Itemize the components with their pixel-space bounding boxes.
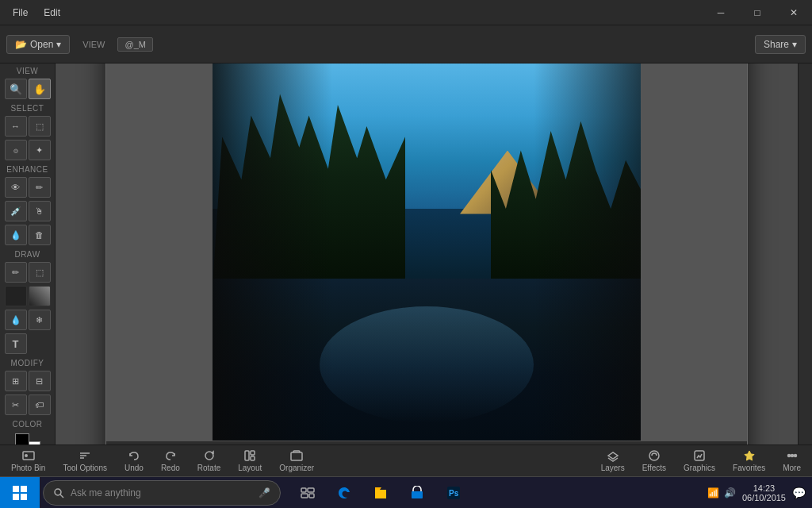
enhance-tools-3: 💧 🗑 — [0, 223, 55, 247]
explorer-icon — [373, 486, 388, 500]
modify-tools-2: ✂ 🏷 — [0, 393, 55, 417]
eraser-tool[interactable]: ⬚ — [29, 262, 51, 283]
brush-tool[interactable]: ✏ — [29, 177, 51, 198]
svg-point-10 — [787, 455, 790, 457]
select-tools-1: ↔️ ⬚ — [0, 114, 55, 138]
bottom-tab-effects[interactable]: Effects — [634, 446, 674, 475]
app-menu: File Edit — [0, 4, 73, 21]
photoshop-button[interactable]: Ps — [436, 477, 471, 509]
blur-tool[interactable]: 💧 — [5, 225, 27, 245]
rotate-label: Rotate — [197, 464, 220, 472]
svg-rect-16 — [21, 494, 27, 500]
bottom-bar: Photo Bin Tool Options Undo Redo Rotate … — [0, 444, 812, 476]
redo-label: Redo — [161, 464, 180, 472]
bottom-tab-photobin[interactable]: Photo Bin — [3, 446, 53, 475]
select-tools-2: ⌾ ✦ — [0, 138, 55, 162]
graphics-label: Graphics — [684, 464, 715, 472]
marquee-tool[interactable]: ⬚ — [29, 116, 51, 137]
bottom-tab-undo[interactable]: Undo — [117, 446, 151, 475]
view-label: VIEW — [76, 40, 111, 49]
layout-icon — [243, 449, 256, 462]
bottom-tab-rotate[interactable]: Rotate — [190, 446, 228, 475]
favorites-icon — [743, 449, 756, 462]
paint-bucket-tool[interactable] — [5, 286, 27, 306]
bottom-tab-organizer[interactable]: Organizer — [271, 446, 322, 475]
recompose-tool[interactable]: ✂ — [5, 394, 27, 415]
magic-wand-tool[interactable]: ✦ — [29, 140, 51, 160]
straighten-tool[interactable]: 🏷 — [29, 394, 51, 415]
open-button[interactable]: 📂 Open ▾ — [6, 35, 70, 54]
content-aware-tool[interactable]: ⊟ — [29, 371, 51, 391]
right-sidebar-scrollbar[interactable] — [798, 64, 812, 444]
text-tool[interactable]: T — [5, 333, 27, 354]
canvas-area: Haze Removal ✕ — [56, 64, 798, 444]
svg-text:Ps: Ps — [449, 489, 459, 498]
bottom-tab-redo[interactable]: Redo — [153, 446, 188, 475]
sponge-tool[interactable]: 🗑 — [29, 225, 51, 245]
draw-tools-1: ✏ ⬚ — [0, 260, 55, 284]
bottom-tab-favorites[interactable]: Favorites — [725, 446, 773, 475]
svg-rect-13 — [13, 486, 19, 492]
color-picker-area[interactable] — [13, 432, 42, 444]
layers-label: Layers — [601, 464, 625, 472]
svg-rect-23 — [412, 491, 423, 498]
volume-icon[interactable]: 🔊 — [724, 487, 736, 498]
draw-tools-2 — [0, 284, 55, 308]
taskbar-search[interactable]: Ask me anything 🎤 — [43, 480, 281, 506]
pencil-tool[interactable]: ✏ — [5, 262, 27, 283]
store-button[interactable] — [400, 477, 435, 509]
zoom-tool[interactable]: 🔍 — [5, 79, 27, 99]
dialog-controls: ? Haze Reduction: Sensitivity: — [106, 441, 747, 444]
favorites-label: Favorites — [733, 464, 765, 472]
svg-rect-19 — [301, 488, 306, 492]
crop-tool[interactable]: ⊞ — [5, 371, 27, 391]
bottom-tab-layout[interactable]: Layout — [230, 446, 270, 475]
notifications-icon[interactable]: 💬 — [792, 487, 806, 499]
share-button[interactable]: Share ▾ — [755, 35, 806, 54]
network-icon[interactable]: 📶 — [707, 487, 719, 498]
healing-tool[interactable]: 💉 — [5, 201, 27, 221]
start-button[interactable] — [0, 477, 40, 509]
explorer-button[interactable] — [363, 477, 398, 509]
maximize-button[interactable]: □ — [739, 0, 776, 25]
share-chevron: ▾ — [792, 39, 797, 50]
section-select: SELECT — [0, 101, 55, 114]
haze-removal-dialog: Haze Removal ✕ — [105, 64, 748, 444]
more-label: More — [783, 464, 801, 472]
undo-label: Undo — [124, 464, 144, 472]
section-draw: DRAW — [0, 247, 55, 260]
open-chevron: ▾ — [56, 39, 61, 50]
app-titlebar: File Edit ─ □ ✕ — [0, 0, 812, 25]
lasso-tool[interactable]: ⌾ — [5, 140, 27, 160]
clone-tool[interactable]: 🖱 — [29, 201, 51, 221]
menu-file[interactable]: File — [6, 4, 34, 21]
bottom-tab-tooloptions[interactable]: Tool Options — [55, 446, 115, 475]
bottom-tab-layers[interactable]: Layers — [593, 446, 633, 475]
menu-edit[interactable]: Edit — [37, 4, 67, 21]
taskview-icon — [301, 487, 315, 498]
tab-label[interactable]: @_M — [117, 37, 152, 52]
edge-button[interactable] — [327, 477, 362, 509]
photobin-label: Photo Bin — [11, 464, 45, 472]
left-sidebar: VIEW 🔍 ✋ SELECT ↔️ ⬚ ⌾ ✦ ENHANCE 👁 ✏ — [0, 64, 56, 444]
svg-point-17 — [55, 489, 61, 495]
bottom-tab-more[interactable]: More — [775, 446, 809, 475]
minimize-button[interactable]: ─ — [703, 0, 739, 25]
taskview-button[interactable] — [290, 477, 325, 509]
bottom-tab-graphics[interactable]: Graphics — [676, 446, 723, 475]
close-button[interactable]: ✕ — [776, 0, 812, 25]
taskbar-clock[interactable]: 14:23 06/10/2015 — [742, 483, 786, 502]
shape-tool[interactable]: ❄ — [29, 310, 51, 330]
cortana-mic-icon[interactable]: 🎤 — [259, 487, 270, 498]
layers-icon — [607, 449, 619, 462]
photo-image — [213, 64, 641, 441]
custom-shape-tool[interactable]: 💧 — [5, 310, 27, 330]
move-tool[interactable]: ↔️ — [5, 116, 27, 137]
gradient-tool[interactable] — [29, 286, 51, 306]
svg-point-11 — [791, 455, 793, 457]
taskbar-systray: 📶 🔊 14:23 06/10/2015 💬 — [707, 483, 812, 502]
dialog-canvas — [106, 64, 747, 441]
hand-tool[interactable]: ✋ — [29, 79, 51, 99]
section-modify: MODIFY — [0, 356, 55, 369]
eye-tool[interactable]: 👁 — [5, 177, 27, 198]
